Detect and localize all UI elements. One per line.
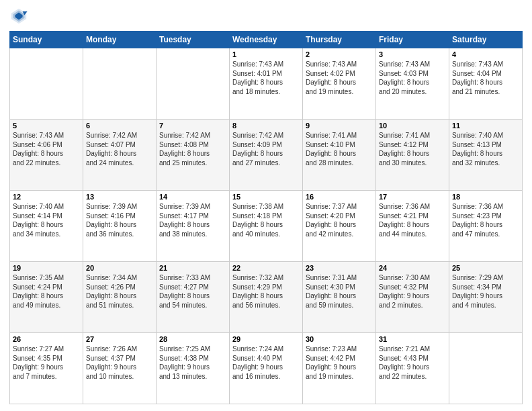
day-number: 5 (13, 122, 80, 130)
day-number: 6 (86, 122, 153, 130)
week-row-5: 26Sunrise: 7:27 AM Sunset: 4:35 PM Dayli… (10, 333, 523, 404)
calendar-cell (83, 48, 157, 120)
weekday-header-row: SundayMondayTuesdayWednesdayThursdayFrid… (10, 32, 523, 48)
calendar-table: SundayMondayTuesdayWednesdayThursdayFrid… (9, 31, 523, 404)
day-number: 28 (159, 335, 226, 343)
day-info: Sunrise: 7:29 AM Sunset: 4:34 PM Dayligh… (452, 273, 519, 310)
calendar-cell: 5Sunrise: 7:43 AM Sunset: 4:06 PM Daylig… (10, 120, 83, 191)
calendar-cell: 11Sunrise: 7:40 AM Sunset: 4:13 PM Dayli… (449, 120, 523, 191)
logo (9, 7, 31, 26)
day-number: 2 (306, 50, 373, 58)
calendar-cell: 20Sunrise: 7:34 AM Sunset: 4:26 PM Dayli… (83, 262, 157, 333)
calendar-cell (10, 48, 83, 120)
day-number: 13 (86, 193, 153, 201)
day-info: Sunrise: 7:37 AM Sunset: 4:20 PM Dayligh… (306, 202, 373, 238)
calendar-cell: 4Sunrise: 7:43 AM Sunset: 4:04 PM Daylig… (449, 48, 523, 120)
calendar-cell: 12Sunrise: 7:40 AM Sunset: 4:14 PM Dayli… (10, 191, 83, 262)
day-number: 24 (379, 264, 446, 272)
day-info: Sunrise: 7:25 AM Sunset: 4:38 PM Dayligh… (159, 345, 226, 381)
calendar-cell: 7Sunrise: 7:42 AM Sunset: 4:08 PM Daylig… (157, 120, 230, 191)
calendar-cell: 15Sunrise: 7:38 AM Sunset: 4:18 PM Dayli… (230, 191, 303, 262)
day-info: Sunrise: 7:39 AM Sunset: 4:17 PM Dayligh… (159, 202, 226, 238)
calendar-cell: 26Sunrise: 7:27 AM Sunset: 4:35 PM Dayli… (10, 333, 83, 404)
day-number: 27 (86, 335, 153, 343)
day-info: Sunrise: 7:43 AM Sunset: 4:01 PM Dayligh… (232, 60, 300, 96)
day-info: Sunrise: 7:24 AM Sunset: 4:40 PM Dayligh… (232, 345, 300, 381)
weekday-header-friday: Friday (376, 32, 449, 48)
day-number: 31 (379, 335, 446, 343)
calendar-cell: 13Sunrise: 7:39 AM Sunset: 4:16 PM Dayli… (83, 191, 157, 262)
day-number: 17 (379, 193, 446, 201)
day-number: 10 (379, 122, 446, 130)
calendar-cell: 9Sunrise: 7:41 AM Sunset: 4:10 PM Daylig… (303, 120, 376, 191)
day-info: Sunrise: 7:34 AM Sunset: 4:26 PM Dayligh… (86, 273, 153, 310)
calendar-cell: 22Sunrise: 7:32 AM Sunset: 4:29 PM Dayli… (230, 262, 303, 333)
weekday-header-saturday: Saturday (449, 32, 523, 48)
day-number: 7 (159, 122, 226, 130)
calendar-cell: 8Sunrise: 7:42 AM Sunset: 4:09 PM Daylig… (230, 120, 303, 191)
day-info: Sunrise: 7:35 AM Sunset: 4:24 PM Dayligh… (13, 273, 80, 310)
week-row-4: 19Sunrise: 7:35 AM Sunset: 4:24 PM Dayli… (10, 262, 523, 333)
day-info: Sunrise: 7:27 AM Sunset: 4:35 PM Dayligh… (13, 345, 80, 381)
calendar-cell: 31Sunrise: 7:21 AM Sunset: 4:43 PM Dayli… (376, 333, 449, 404)
day-number: 23 (306, 264, 373, 272)
day-number: 11 (452, 122, 519, 130)
day-info: Sunrise: 7:43 AM Sunset: 4:03 PM Dayligh… (379, 60, 446, 96)
day-number: 14 (159, 193, 226, 201)
day-info: Sunrise: 7:41 AM Sunset: 4:10 PM Dayligh… (306, 131, 373, 167)
day-number: 29 (232, 335, 300, 343)
calendar-cell: 17Sunrise: 7:36 AM Sunset: 4:21 PM Dayli… (376, 191, 449, 262)
day-number: 3 (379, 50, 446, 58)
weekday-header-sunday: Sunday (10, 32, 83, 48)
calendar-cell (449, 333, 523, 404)
day-number: 18 (452, 193, 519, 201)
day-number: 4 (452, 50, 519, 58)
day-number: 22 (232, 264, 300, 272)
day-number: 30 (306, 335, 373, 343)
calendar-cell: 24Sunrise: 7:30 AM Sunset: 4:32 PM Dayli… (376, 262, 449, 333)
calendar-cell: 14Sunrise: 7:39 AM Sunset: 4:17 PM Dayli… (157, 191, 230, 262)
calendar-cell: 27Sunrise: 7:26 AM Sunset: 4:37 PM Dayli… (83, 333, 157, 404)
day-number: 12 (13, 193, 80, 201)
day-info: Sunrise: 7:33 AM Sunset: 4:27 PM Dayligh… (159, 273, 226, 310)
day-info: Sunrise: 7:43 AM Sunset: 4:02 PM Dayligh… (306, 60, 373, 96)
day-info: Sunrise: 7:43 AM Sunset: 4:06 PM Dayligh… (13, 131, 80, 167)
day-info: Sunrise: 7:32 AM Sunset: 4:29 PM Dayligh… (232, 273, 300, 310)
weekday-header-thursday: Thursday (303, 32, 376, 48)
day-number: 16 (306, 193, 373, 201)
day-info: Sunrise: 7:40 AM Sunset: 4:13 PM Dayligh… (452, 131, 519, 167)
day-info: Sunrise: 7:21 AM Sunset: 4:43 PM Dayligh… (379, 345, 446, 381)
calendar-cell: 18Sunrise: 7:36 AM Sunset: 4:23 PM Dayli… (449, 191, 523, 262)
day-number: 15 (232, 193, 300, 201)
week-row-1: 1Sunrise: 7:43 AM Sunset: 4:01 PM Daylig… (10, 48, 523, 120)
day-number: 21 (159, 264, 226, 272)
day-info: Sunrise: 7:23 AM Sunset: 4:42 PM Dayligh… (306, 345, 373, 381)
day-number: 25 (452, 264, 519, 272)
day-info: Sunrise: 7:30 AM Sunset: 4:32 PM Dayligh… (379, 273, 446, 310)
day-info: Sunrise: 7:36 AM Sunset: 4:21 PM Dayligh… (379, 202, 446, 238)
day-info: Sunrise: 7:43 AM Sunset: 4:04 PM Dayligh… (452, 60, 519, 96)
calendar-cell: 10Sunrise: 7:41 AM Sunset: 4:12 PM Dayli… (376, 120, 449, 191)
calendar-cell: 25Sunrise: 7:29 AM Sunset: 4:34 PM Dayli… (449, 262, 523, 333)
day-info: Sunrise: 7:42 AM Sunset: 4:08 PM Dayligh… (159, 131, 226, 167)
calendar-cell (157, 48, 230, 120)
day-info: Sunrise: 7:38 AM Sunset: 4:18 PM Dayligh… (232, 202, 300, 238)
day-number: 8 (232, 122, 300, 130)
day-number: 1 (232, 50, 300, 58)
weekday-header-wednesday: Wednesday (230, 32, 303, 48)
day-info: Sunrise: 7:36 AM Sunset: 4:23 PM Dayligh… (452, 202, 519, 238)
calendar-cell: 19Sunrise: 7:35 AM Sunset: 4:24 PM Dayli… (10, 262, 83, 333)
day-number: 26 (13, 335, 80, 343)
calendar-cell: 23Sunrise: 7:31 AM Sunset: 4:30 PM Dayli… (303, 262, 376, 333)
calendar-cell: 1Sunrise: 7:43 AM Sunset: 4:01 PM Daylig… (230, 48, 303, 120)
calendar-cell: 30Sunrise: 7:23 AM Sunset: 4:42 PM Dayli… (303, 333, 376, 404)
calendar-cell: 6Sunrise: 7:42 AM Sunset: 4:07 PM Daylig… (83, 120, 157, 191)
day-info: Sunrise: 7:26 AM Sunset: 4:37 PM Dayligh… (86, 345, 153, 381)
logo-icon (9, 7, 28, 26)
calendar-cell: 29Sunrise: 7:24 AM Sunset: 4:40 PM Dayli… (230, 333, 303, 404)
week-row-3: 12Sunrise: 7:40 AM Sunset: 4:14 PM Dayli… (10, 191, 523, 262)
day-info: Sunrise: 7:42 AM Sunset: 4:07 PM Dayligh… (86, 131, 153, 167)
calendar-cell: 28Sunrise: 7:25 AM Sunset: 4:38 PM Dayli… (157, 333, 230, 404)
day-info: Sunrise: 7:42 AM Sunset: 4:09 PM Dayligh… (232, 131, 300, 167)
page: SundayMondayTuesdayWednesdayThursdayFrid… (0, 0, 532, 411)
